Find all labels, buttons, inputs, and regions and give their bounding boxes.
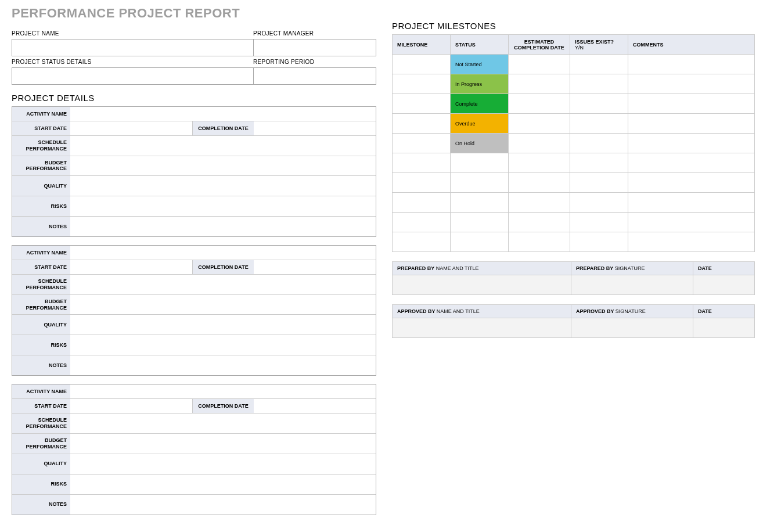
schedule-perf-input[interactable] — [70, 136, 376, 156]
prepared-sig-input[interactable] — [571, 275, 693, 295]
issues-header: ISSUES EXIST? Y/N — [570, 35, 628, 55]
risks-input[interactable] — [70, 475, 376, 494]
notes-input[interactable] — [70, 495, 376, 515]
issues-cell[interactable] — [570, 114, 628, 134]
status-cell[interactable]: Not Started — [451, 55, 509, 74]
status-cell[interactable]: In Progress — [451, 74, 509, 94]
milestone-cell[interactable] — [393, 55, 451, 74]
table-row — [393, 173, 755, 193]
quality-input[interactable] — [70, 454, 376, 474]
milestone-cell[interactable] — [393, 94, 451, 114]
milestone-cell[interactable] — [393, 153, 451, 173]
ecd-cell[interactable] — [509, 153, 570, 173]
project-status-input[interactable] — [12, 67, 253, 85]
ecd-cell[interactable] — [509, 232, 570, 252]
comments-cell[interactable] — [628, 232, 755, 252]
comments-cell[interactable] — [628, 114, 755, 134]
ecd-cell[interactable] — [509, 94, 570, 114]
start-date-input[interactable] — [70, 260, 192, 274]
start-date-input[interactable] — [70, 399, 192, 413]
quality-input[interactable] — [70, 176, 376, 196]
milestone-cell[interactable] — [393, 74, 451, 94]
table-row — [393, 153, 755, 173]
comments-cell[interactable] — [628, 94, 755, 114]
detail-block: ACTIVITY NAME START DATE COMPLETION DATE… — [12, 384, 376, 515]
status-cell[interactable] — [451, 173, 509, 193]
approved-by-label: APPROVED BY NAME AND TITLE — [393, 305, 571, 318]
ecd-cell[interactable] — [509, 193, 570, 213]
completion-date-input[interactable] — [254, 399, 376, 413]
schedule-perf-label: SCHEDULE PERFORMANCE — [12, 136, 70, 156]
issues-cell[interactable] — [570, 173, 628, 193]
status-cell[interactable]: Overdue — [451, 114, 509, 134]
budget-perf-input[interactable] — [70, 434, 376, 454]
comments-cell[interactable] — [628, 193, 755, 213]
status-cell[interactable] — [451, 213, 509, 232]
activity-name-input[interactable] — [70, 246, 376, 260]
issues-cell[interactable] — [570, 153, 628, 173]
schedule-perf-input[interactable] — [70, 275, 376, 294]
status-cell[interactable] — [451, 193, 509, 213]
issues-cell[interactable] — [570, 193, 628, 213]
table-row: Not Started — [393, 55, 755, 74]
ecd-cell[interactable] — [509, 114, 570, 134]
status-cell[interactable] — [451, 232, 509, 252]
notes-label: NOTES — [12, 217, 70, 236]
milestone-cell[interactable] — [393, 114, 451, 134]
approved-by-input[interactable] — [393, 318, 571, 338]
notes-input[interactable] — [70, 217, 376, 236]
reporting-period-input[interactable] — [253, 67, 376, 85]
ecd-cell[interactable] — [509, 134, 570, 153]
ecd-cell[interactable] — [509, 74, 570, 94]
start-date-label: START DATE — [12, 121, 70, 135]
comments-cell[interactable] — [628, 173, 755, 193]
notes-input[interactable] — [70, 355, 376, 375]
notes-label: NOTES — [12, 495, 70, 515]
issues-cell[interactable] — [570, 94, 628, 114]
ecd-cell[interactable] — [509, 213, 570, 232]
budget-perf-input[interactable] — [70, 156, 376, 176]
issues-cell[interactable] — [570, 74, 628, 94]
issues-cell[interactable] — [570, 55, 628, 74]
comments-cell[interactable] — [628, 153, 755, 173]
schedule-perf-input[interactable] — [70, 414, 376, 433]
milestone-cell[interactable] — [393, 213, 451, 232]
issues-cell[interactable] — [570, 134, 628, 153]
milestone-cell[interactable] — [393, 134, 451, 153]
approved-sig-input[interactable] — [571, 318, 693, 338]
project-manager-input[interactable] — [253, 39, 376, 56]
comments-cell[interactable] — [628, 213, 755, 232]
prepared-date-input[interactable] — [693, 275, 755, 295]
issues-cell[interactable] — [570, 213, 628, 232]
completion-date-input[interactable] — [254, 121, 376, 135]
ecd-cell[interactable] — [509, 55, 570, 74]
risks-input[interactable] — [70, 335, 376, 355]
project-name-input[interactable] — [12, 39, 253, 56]
comments-cell[interactable] — [628, 55, 755, 74]
milestone-cell[interactable] — [393, 173, 451, 193]
table-row — [393, 213, 755, 232]
quality-label: QUALITY — [12, 176, 70, 196]
milestone-cell[interactable] — [393, 193, 451, 213]
activity-name-input[interactable] — [70, 107, 376, 121]
activity-name-input[interactable] — [70, 384, 376, 398]
completion-date-input[interactable] — [254, 260, 376, 274]
table-row: Complete — [393, 94, 755, 114]
status-cell[interactable] — [451, 153, 509, 173]
status-header: STATUS — [451, 35, 509, 55]
prepared-by-input[interactable] — [393, 275, 571, 295]
completion-date-label: COMPLETION DATE — [192, 399, 254, 413]
milestone-cell[interactable] — [393, 232, 451, 252]
status-cell[interactable]: Complete — [451, 94, 509, 114]
approved-date-input[interactable] — [693, 318, 755, 338]
status-cell[interactable]: On Hold — [451, 134, 509, 153]
comments-cell[interactable] — [628, 74, 755, 94]
quality-input[interactable] — [70, 315, 376, 335]
start-date-input[interactable] — [70, 121, 192, 135]
quality-label: QUALITY — [12, 315, 70, 335]
budget-perf-input[interactable] — [70, 295, 376, 315]
comments-cell[interactable] — [628, 134, 755, 153]
issues-cell[interactable] — [570, 232, 628, 252]
ecd-cell[interactable] — [509, 173, 570, 193]
risks-input[interactable] — [70, 196, 376, 216]
